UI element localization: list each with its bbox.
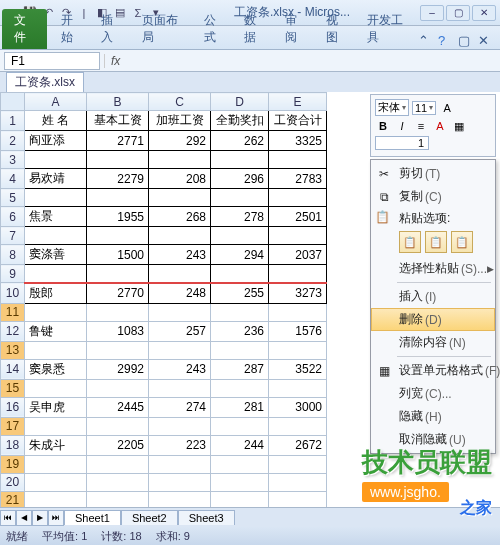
tab-dev[interactable]: 开发工具 xyxy=(357,9,418,49)
menu-delete[interactable]: 删除(D) xyxy=(371,308,495,331)
menu-separator xyxy=(397,282,491,283)
status-count: 计数: 18 xyxy=(101,529,141,544)
ribbon-tabs: 文件 开始 插入 页面布局 公式 数据 审阅 视图 开发工具 ⌃ ? ▢ ✕ xyxy=(0,26,500,50)
col-header[interactable]: A xyxy=(25,93,87,111)
table-row: 13 xyxy=(1,341,327,359)
font-size-select[interactable]: 11▾ xyxy=(412,101,436,115)
cell[interactable]: 工资合计 xyxy=(269,111,327,131)
table-row: 12鲁键10832572361576 xyxy=(1,321,327,341)
table-row: 16吴申虎24452742813000 xyxy=(1,397,327,417)
formula-bar: F1 fx xyxy=(0,50,500,72)
cell[interactable]: 加班工资 xyxy=(149,111,211,131)
paste-options: 📋 📋 📋 xyxy=(371,229,495,257)
menu-separator xyxy=(397,356,491,357)
tab-insert[interactable]: 插入 xyxy=(91,9,132,49)
sheet-tabs: ⏮ ◀ ▶ ⏭ Sheet1 Sheet2 Sheet3 xyxy=(0,507,500,527)
tab-formulas[interactable]: 公式 xyxy=(194,9,235,49)
menu-hide[interactable]: 隐藏(H) xyxy=(371,405,495,428)
mini-toolbar: 宋体▾ 11▾ A B I ≡ A ▦ 1 xyxy=(370,94,496,157)
bold-button[interactable]: B xyxy=(375,118,391,134)
table-row: 10殷郎27702482553273 xyxy=(1,283,327,304)
ribbon-min-icon[interactable]: ⌃ xyxy=(418,33,434,49)
table-row: 11 xyxy=(1,303,327,321)
spreadsheet[interactable]: A B C D E 1 姓 名 基本工资 加班工资 全勤奖扣 工资合计 2阎亚添… xyxy=(0,92,327,545)
row-header[interactable]: 1 xyxy=(1,111,25,131)
cell[interactable]: 基本工资 xyxy=(87,111,149,131)
name-box[interactable]: F1 xyxy=(4,52,100,70)
file-tab[interactable]: 文件 xyxy=(2,9,47,49)
col-header[interactable]: E xyxy=(269,93,327,111)
ribbon-icon[interactable]: ▢ xyxy=(458,33,474,49)
menu-clear[interactable]: 清除内容(N) xyxy=(371,331,495,354)
italic-button[interactable]: I xyxy=(394,118,410,134)
table-row: 7 xyxy=(1,227,327,245)
maximize-button[interactable]: ▢ xyxy=(446,5,470,21)
format-icon: ▦ xyxy=(376,364,392,378)
increase-font-icon[interactable]: A xyxy=(439,100,455,116)
sheet-tab[interactable]: Sheet1 xyxy=(64,510,121,525)
col-header[interactable]: D xyxy=(211,93,269,111)
scissors-icon: ✂ xyxy=(376,167,392,181)
cell[interactable]: 姓 名 xyxy=(25,111,87,131)
status-ready: 就绪 xyxy=(6,529,28,544)
status-bar: 就绪 平均值: 1 计数: 18 求和: 9 xyxy=(0,527,500,545)
tab-home[interactable]: 开始 xyxy=(51,9,92,49)
table-row: 18朱成斗22052232442672 xyxy=(1,435,327,455)
menu-unhide[interactable]: 取消隐藏(U) xyxy=(371,428,495,451)
table-row: 3 xyxy=(1,151,327,169)
tab-nav-next[interactable]: ▶ xyxy=(32,510,48,526)
close-button[interactable]: ✕ xyxy=(472,5,496,21)
table-row: 8窦涤善15002432942037 xyxy=(1,245,327,265)
clipboard-icon: 📋 xyxy=(375,210,390,224)
menu-col-width[interactable]: 列宽(C)... xyxy=(371,382,495,405)
tab-nav-first[interactable]: ⏮ xyxy=(0,510,16,526)
border-icon[interactable]: ▦ xyxy=(451,118,467,134)
table-row: 4易欢靖22792082962783 xyxy=(1,169,327,189)
menu-insert[interactable]: 插入(I) xyxy=(371,285,495,308)
paste-option-icon[interactable]: 📋 xyxy=(451,231,473,253)
minimize-button[interactable]: – xyxy=(420,5,444,21)
table-row: 17 xyxy=(1,417,327,435)
menu-format-cells[interactable]: ▦设置单元格格式(F)... xyxy=(371,359,495,382)
menu-copy[interactable]: ⧉复制(C) xyxy=(371,185,495,208)
sample-cell: 1 xyxy=(375,136,429,150)
tab-nav-last[interactable]: ⏭ xyxy=(48,510,64,526)
sheet-tab[interactable]: Sheet2 xyxy=(121,510,178,525)
tab-layout[interactable]: 页面布局 xyxy=(132,9,193,49)
workbook-tab-row: 工资条.xlsx xyxy=(0,72,500,92)
fx-label[interactable]: fx xyxy=(104,54,126,68)
table-row: 2阎亚添27712922623325 xyxy=(1,131,327,151)
font-select[interactable]: 宋体▾ xyxy=(375,99,409,116)
menu-cut[interactable]: ✂剪切(T) xyxy=(371,162,495,185)
paste-option-icon[interactable]: 📋 xyxy=(425,231,447,253)
tab-data[interactable]: 数据 xyxy=(234,9,275,49)
menu-paste-special[interactable]: 选择性粘贴(S)...▶ xyxy=(371,257,495,280)
table-row: 20 xyxy=(1,473,327,491)
col-header[interactable]: C xyxy=(149,93,211,111)
tab-review[interactable]: 审阅 xyxy=(275,9,316,49)
tab-nav-prev[interactable]: ◀ xyxy=(16,510,32,526)
font-color-icon[interactable]: A xyxy=(432,118,448,134)
col-header[interactable]: B xyxy=(87,93,149,111)
sheet-tab[interactable]: Sheet3 xyxy=(178,510,235,525)
context-menu: ✂剪切(T) ⧉复制(C) 📋粘贴选项: 📋 📋 📋 选择性粘贴(S)...▶ … xyxy=(370,159,496,454)
select-all-corner[interactable] xyxy=(1,93,25,111)
paste-option-icon[interactable]: 📋 xyxy=(399,231,421,253)
table-row: 14窦泉悉29922432873522 xyxy=(1,359,327,379)
ribbon-close-icon[interactable]: ✕ xyxy=(478,33,494,49)
status-avg: 平均值: 1 xyxy=(42,529,87,544)
table-row: 15 xyxy=(1,379,327,397)
table-row: 5 xyxy=(1,189,327,207)
paste-options-label: 📋粘贴选项: xyxy=(371,208,495,229)
tab-view[interactable]: 视图 xyxy=(316,9,357,49)
align-icon[interactable]: ≡ xyxy=(413,118,429,134)
cell[interactable]: 全勤奖扣 xyxy=(211,111,269,131)
floating-panel: 宋体▾ 11▾ A B I ≡ A ▦ 1 ✂剪切(T) ⧉复制(C) 📋粘贴选… xyxy=(370,94,496,454)
copy-icon: ⧉ xyxy=(376,190,392,204)
table-row: 19 xyxy=(1,455,327,473)
help-icon[interactable]: ? xyxy=(438,33,454,49)
window-controls: – ▢ ✕ xyxy=(420,5,496,21)
status-sum: 求和: 9 xyxy=(156,529,190,544)
workbook-tab[interactable]: 工资条.xlsx xyxy=(6,72,84,92)
table-row: 1 姓 名 基本工资 加班工资 全勤奖扣 工资合计 xyxy=(1,111,327,131)
